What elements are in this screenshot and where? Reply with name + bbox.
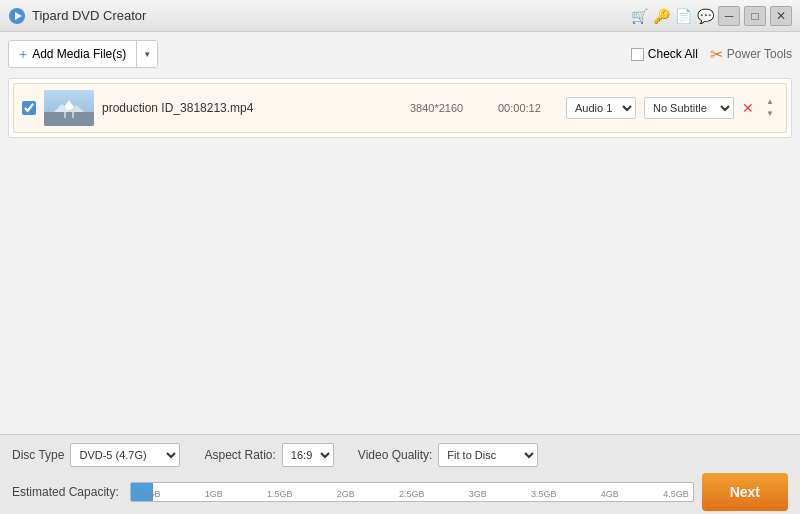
svg-rect-6	[66, 112, 72, 118]
power-tools-icon: ✂	[710, 45, 723, 64]
tick-4: 2.5GB	[399, 489, 425, 499]
key-icon[interactable]: 🔑	[652, 7, 670, 25]
capacity-bar: 0.5GB 1GB 1.5GB 2GB 2.5GB 3GB 3.5GB 4GB …	[130, 482, 694, 502]
tick-8: 4.5GB	[663, 489, 689, 499]
disc-type-field: Disc Type DVD-5 (4.7G) DVD-9 (8.5G)	[12, 443, 180, 467]
table-row: production ID_3818213.mp4 3840*2160 00:0…	[13, 83, 787, 133]
app-logo	[8, 7, 26, 25]
tick-0: 0.5GB	[135, 489, 161, 499]
main-content: + Add Media File(s) ▼ Check All ✂ Power …	[0, 32, 800, 434]
add-media-dropdown-arrow[interactable]: ▼	[137, 41, 157, 67]
file-name: production ID_3818213.mp4	[102, 101, 402, 115]
capacity-row: Estimated Capacity: 0.5GB 1GB 1.5GB 2GB …	[12, 473, 788, 511]
check-all-checkbox[interactable]	[631, 48, 644, 61]
chat-icon[interactable]: 💬	[696, 7, 714, 25]
check-all-control[interactable]: Check All	[631, 47, 698, 61]
file-duration: 00:00:12	[498, 102, 558, 114]
add-media-button[interactable]: + Add Media File(s) ▼	[8, 40, 158, 68]
check-all-label: Check All	[648, 47, 698, 61]
file-thumbnail	[44, 90, 94, 126]
cart-icon[interactable]: 🛒	[630, 7, 648, 25]
tick-3: 2GB	[337, 489, 355, 499]
capacity-label: Estimated Capacity:	[12, 485, 122, 499]
power-tools-label: Power Tools	[727, 47, 792, 61]
tick-7: 4GB	[601, 489, 619, 499]
aspect-ratio-select[interactable]: 16:9 4:3	[282, 443, 334, 467]
minimize-button[interactable]: ─	[718, 6, 740, 26]
video-quality-select[interactable]: Fit to Disc High Medium Low	[438, 443, 538, 467]
file-move-down-button[interactable]: ▼	[762, 108, 778, 120]
video-quality-field: Video Quality: Fit to Disc High Medium L…	[358, 443, 539, 467]
toolbar: + Add Media File(s) ▼ Check All ✂ Power …	[8, 40, 792, 68]
capacity-tick-labels: 0.5GB 1GB 1.5GB 2GB 2.5GB 3GB 3.5GB 4GB …	[131, 489, 693, 499]
subtitle-select[interactable]: No Subtitle	[644, 97, 734, 119]
audio-select[interactable]: Audio 1	[566, 97, 636, 119]
add-media-label: Add Media File(s)	[32, 47, 126, 61]
aspect-ratio-field: Aspect Ratio: 16:9 4:3	[204, 443, 333, 467]
toolbar-right: Check All ✂ Power Tools	[631, 45, 792, 64]
settings-row: Disc Type DVD-5 (4.7G) DVD-9 (8.5G) Aspe…	[12, 443, 788, 467]
add-icon: +	[19, 46, 27, 62]
close-button[interactable]: ✕	[770, 6, 792, 26]
file-checkbox[interactable]	[22, 101, 36, 115]
tick-2: 1.5GB	[267, 489, 293, 499]
file-reorder-arrows: ▲ ▼	[762, 96, 778, 120]
next-button[interactable]: Next	[702, 473, 788, 511]
file-move-up-button[interactable]: ▲	[762, 96, 778, 108]
title-bar: Tipard DVD Creator 🛒 🔑 📄 💬 ─ □ ✕	[0, 0, 800, 32]
disc-type-select[interactable]: DVD-5 (4.7G) DVD-9 (8.5G)	[70, 443, 180, 467]
title-bar-icons: 🛒 🔑 📄 💬 ─ □ ✕	[630, 6, 792, 26]
file-close-button[interactable]: ✕	[742, 101, 754, 115]
disc-type-label: Disc Type	[12, 448, 64, 462]
tick-6: 3.5GB	[531, 489, 557, 499]
dropdown-arrow-icon: ▼	[143, 50, 151, 59]
file-list: production ID_3818213.mp4 3840*2160 00:0…	[8, 78, 792, 138]
power-tools-button[interactable]: ✂ Power Tools	[710, 45, 792, 64]
tick-5: 3GB	[469, 489, 487, 499]
bottom-bar: Disc Type DVD-5 (4.7G) DVD-9 (8.5G) Aspe…	[0, 434, 800, 514]
video-quality-label: Video Quality:	[358, 448, 433, 462]
thumbnail-image	[44, 90, 94, 126]
tick-1: 1GB	[205, 489, 223, 499]
add-media-main[interactable]: + Add Media File(s)	[9, 41, 137, 67]
app-title: Tipard DVD Creator	[32, 8, 630, 23]
maximize-button[interactable]: □	[744, 6, 766, 26]
aspect-ratio-label: Aspect Ratio:	[204, 448, 275, 462]
file-icon[interactable]: 📄	[674, 7, 692, 25]
file-resolution: 3840*2160	[410, 102, 490, 114]
